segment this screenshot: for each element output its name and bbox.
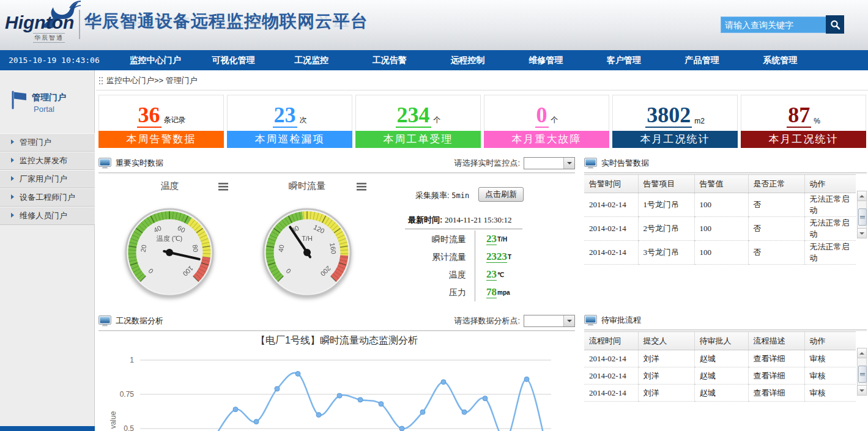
sidebar-item-factory-portal[interactable]: 厂家用户门户 (0, 170, 95, 188)
alarm-action: 无法正常启动 (804, 241, 856, 265)
logo-tagline: 华辰智通 (33, 33, 65, 43)
temperature-gauge: 020406080100温度 (℃) (124, 207, 215, 298)
scrollbar-thumb[interactable] (858, 208, 867, 226)
view-detail-link[interactable]: 查看详细 (748, 350, 804, 367)
chevron-down-icon[interactable] (563, 315, 574, 326)
page-header: Hignton 华辰智通 华辰智通设备远程监控物联网云平台 华辰智通设备远程监控… (0, 0, 868, 50)
stat-label[interactable]: 本月重大故障 (484, 131, 609, 148)
monitor-icon (98, 158, 111, 169)
scroll-up-button[interactable] (857, 348, 867, 358)
monitor-icon (584, 158, 597, 169)
approval-section-header: 待审批流程 (584, 311, 867, 330)
reading-label: 累计流量 (398, 252, 475, 263)
col-header: 流程时间 (584, 332, 638, 350)
stat-label[interactable]: 本周告警数据 (98, 131, 224, 148)
nav-item-customer[interactable]: 客户管理 (585, 50, 663, 70)
svg-text:value: value (109, 411, 117, 429)
svg-text:T/H: T/H (302, 235, 313, 242)
stat-card-monthly-failures[interactable]: 0个 本月重大故障 (484, 95, 609, 148)
flow-gauge: 04080120160200T/H (262, 207, 352, 298)
stat-unit: m2 (694, 117, 705, 125)
latest-time-row: 最新时间: 2014-11-21 15:30:12 (408, 215, 512, 226)
alarm-table: 告警时间 告警项目 告警值 是否正常 动作 2014-02-141号龙门吊100… (584, 174, 856, 265)
table-row: 2014-02-14刘洋赵城查看详细审核 (584, 350, 856, 367)
sidebar-item-engineer-portal[interactable]: 设备工程师门户 (0, 188, 95, 207)
sidebar-item-repair-portal[interactable]: 维修人员门户 (0, 207, 95, 225)
svg-text:80: 80 (191, 244, 200, 252)
approval-scrollbar[interactable] (857, 348, 867, 396)
scrollbar-thumb[interactable] (858, 366, 867, 383)
col-header: 告警值 (694, 175, 748, 193)
review-link[interactable]: 审核 (804, 385, 856, 402)
review-link[interactable]: 审核 (804, 367, 856, 385)
latest-time-value: 2014-11-21 15:30:12 (445, 215, 512, 224)
col-header: 提交人 (638, 332, 694, 350)
stat-value: 23 (273, 104, 297, 128)
nav-item-monitor-center[interactable]: 监控中心门户 (116, 50, 195, 70)
stat-value: 87 (787, 104, 811, 128)
chevron-down-icon[interactable] (563, 158, 574, 169)
sidebar-item-label: 管理门户 (20, 138, 51, 147)
review-link[interactable]: 审核 (804, 350, 856, 367)
stat-label[interactable]: 本月工况统计 (741, 131, 866, 148)
nav-item-visualization[interactable]: 可视化管理 (195, 50, 273, 70)
table-row: 2014-02-14刘洋赵城查看详细审核 (584, 367, 856, 385)
stat-value: 3802 (645, 104, 692, 128)
analysis-section-header: 工况数据分析 请选择数据分析点: (98, 312, 575, 331)
search-icon (830, 20, 840, 30)
sidebar-item-admin-portal[interactable]: 管理门户 (0, 133, 95, 152)
stat-label[interactable]: 本月工况统计 (612, 131, 738, 148)
chart-menu-icon[interactable] (218, 183, 228, 191)
sample-frequency: 采集频率: 5min (415, 190, 469, 201)
nav-timestamp: 2015-10-19 10:43:06 (9, 56, 100, 65)
nav-item-maintenance[interactable]: 维修管理 (506, 50, 585, 70)
scroll-up-button[interactable] (857, 191, 867, 201)
nav-item-condition-alarm[interactable]: 工况告警 (351, 50, 429, 70)
stat-label[interactable]: 本周工单受理 (355, 131, 481, 148)
search-input[interactable] (721, 17, 827, 33)
reading-unit: mpa (497, 289, 510, 296)
sidebar-item-label: 监控大屏发布 (20, 156, 67, 165)
alarm-scrollbar[interactable] (857, 191, 867, 238)
stat-card-monthly-condition-pct[interactable]: 87% 本月工况统计 (741, 95, 866, 148)
section-title: 待审批流程 (601, 315, 641, 326)
reading-row-total-flow: 累计流量 2323T (398, 248, 541, 266)
nav-item-remote-control[interactable]: 远程控制 (429, 50, 507, 70)
sidebar-item-screen-publish[interactable]: 监控大屏发布 (0, 152, 95, 170)
stat-card-weekly-workorders[interactable]: 234个 本周工单受理 (355, 95, 481, 148)
flow-gauge-title: 瞬时流量 (264, 180, 350, 192)
breadcrumb-divider (96, 90, 868, 90)
reading-unit: T/H (497, 236, 507, 243)
monitor-point-select[interactable] (524, 157, 575, 169)
stat-card-weekly-inspection[interactable]: 23次 本周巡检漏项 (227, 95, 352, 148)
breadcrumb: 监控中心门户>> 管理门户 (106, 75, 198, 86)
refresh-button[interactable]: 点击刷新 (478, 187, 524, 202)
nav-item-condition-monitor[interactable]: 工况监控 (272, 50, 351, 70)
nav-item-product[interactable]: 产品管理 (663, 50, 741, 70)
sidebar-menu: 管理门户 监控大屏发布 厂家用户门户 设备工程师门户 维修人员门户 (0, 133, 95, 225)
col-header: 待审批人 (694, 332, 748, 350)
search-button[interactable] (826, 15, 844, 34)
flow-line-chart: 10.750.5value (98, 352, 575, 431)
view-detail-link[interactable]: 查看详细 (748, 367, 804, 385)
chart-menu-icon[interactable] (357, 183, 366, 191)
stat-value: 234 (396, 104, 431, 128)
scroll-down-button[interactable] (857, 385, 867, 396)
table-row: 2014-02-143号龙门吊100否无法正常启动 (584, 241, 856, 265)
analysis-point-select[interactable] (524, 315, 575, 327)
stat-card-weekly-alarms[interactable]: 36条记录 本周告警数据 (98, 95, 224, 148)
reading-row-pressure: 压力 78mpa (398, 284, 541, 301)
stat-label[interactable]: 本周巡检漏项 (227, 131, 352, 148)
table-header-row: 告警时间 告警项目 告警值 是否正常 动作 (584, 175, 856, 193)
stat-card-monthly-condition-area[interactable]: 3802m2 本月工况统计 (612, 95, 738, 148)
col-header: 告警项目 (638, 175, 694, 193)
nav-item-system[interactable]: 系统管理 (741, 50, 819, 70)
scroll-down-button[interactable] (857, 228, 867, 238)
platform-title-reflection: 华辰智通设备远程监控物联网云平台 (84, 16, 368, 31)
sidebar: 管理门户 Portal 管理门户 监控大屏发布 厂家用户门户 设备工程师门户 维… (0, 70, 95, 431)
sample-frequency-label: 采集频率: (415, 191, 450, 200)
view-detail-link[interactable]: 查看详细 (748, 385, 804, 402)
dashboard-page: Hignton 华辰智通 华辰智通设备远程监控物联网云平台 华辰智通设备远程监控… (0, 0, 868, 431)
reading-label: 瞬时流量 (398, 234, 475, 245)
scrollbar-grip-icon (860, 373, 865, 376)
